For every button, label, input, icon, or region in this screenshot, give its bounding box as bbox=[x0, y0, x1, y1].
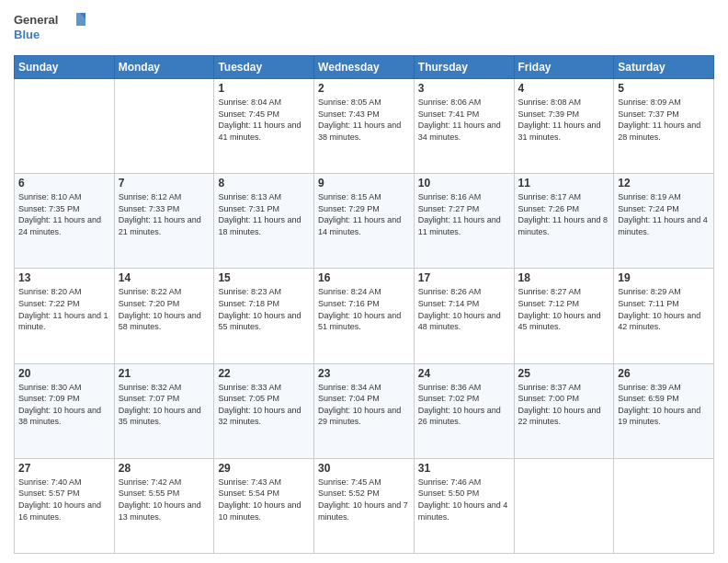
day-info: Sunrise: 7:43 AM Sunset: 5:54 PM Dayligh… bbox=[218, 477, 310, 523]
calendar-cell: 3Sunrise: 8:06 AM Sunset: 7:41 PM Daylig… bbox=[414, 79, 514, 174]
weekday-header: Sunday bbox=[15, 56, 115, 79]
day-info: Sunrise: 8:30 AM Sunset: 7:09 PM Dayligh… bbox=[18, 382, 110, 428]
calendar-cell bbox=[514, 458, 614, 553]
calendar-cell: 11Sunrise: 8:17 AM Sunset: 7:26 PM Dayli… bbox=[514, 174, 614, 269]
weekday-header: Saturday bbox=[614, 56, 714, 79]
day-number: 20 bbox=[18, 367, 110, 380]
calendar-cell: 19Sunrise: 8:29 AM Sunset: 7:11 PM Dayli… bbox=[614, 269, 714, 363]
page: General Blue SundayMondayTuesdayWednesda… bbox=[0, 0, 728, 563]
day-number: 13 bbox=[18, 271, 110, 284]
weekday-header: Monday bbox=[114, 56, 214, 79]
calendar-cell: 21Sunrise: 8:32 AM Sunset: 7:07 PM Dayli… bbox=[114, 363, 214, 458]
day-number: 11 bbox=[518, 177, 610, 190]
day-number: 14 bbox=[119, 271, 210, 284]
day-info: Sunrise: 7:46 AM Sunset: 5:50 PM Dayligh… bbox=[418, 477, 510, 523]
day-info: Sunrise: 8:26 AM Sunset: 7:14 PM Dayligh… bbox=[418, 286, 510, 332]
day-number: 9 bbox=[318, 177, 410, 190]
day-number: 12 bbox=[618, 177, 710, 190]
day-info: Sunrise: 8:16 AM Sunset: 7:27 PM Dayligh… bbox=[418, 191, 510, 237]
day-info: Sunrise: 7:45 AM Sunset: 5:52 PM Dayligh… bbox=[318, 477, 410, 523]
day-number: 30 bbox=[318, 462, 410, 475]
day-number: 4 bbox=[518, 82, 610, 95]
svg-text:General: General bbox=[14, 13, 58, 27]
calendar-cell: 23Sunrise: 8:34 AM Sunset: 7:04 PM Dayli… bbox=[314, 363, 415, 458]
day-info: Sunrise: 8:13 AM Sunset: 7:31 PM Dayligh… bbox=[218, 191, 310, 237]
day-info: Sunrise: 8:22 AM Sunset: 7:20 PM Dayligh… bbox=[119, 286, 210, 332]
day-info: Sunrise: 8:34 AM Sunset: 7:04 PM Dayligh… bbox=[318, 382, 410, 428]
calendar-cell: 7Sunrise: 8:12 AM Sunset: 7:33 PM Daylig… bbox=[114, 174, 214, 269]
day-info: Sunrise: 8:27 AM Sunset: 7:12 PM Dayligh… bbox=[518, 286, 610, 332]
day-info: Sunrise: 8:04 AM Sunset: 7:45 PM Dayligh… bbox=[218, 97, 310, 143]
day-info: Sunrise: 8:29 AM Sunset: 7:11 PM Dayligh… bbox=[618, 286, 710, 332]
day-number: 24 bbox=[418, 367, 510, 380]
day-number: 3 bbox=[418, 82, 510, 95]
calendar-cell: 4Sunrise: 8:08 AM Sunset: 7:39 PM Daylig… bbox=[514, 79, 614, 174]
calendar-cell: 12Sunrise: 8:19 AM Sunset: 7:24 PM Dayli… bbox=[614, 174, 714, 269]
calendar-cell: 5Sunrise: 8:09 AM Sunset: 7:37 PM Daylig… bbox=[614, 79, 714, 174]
day-info: Sunrise: 7:40 AM Sunset: 5:57 PM Dayligh… bbox=[18, 477, 110, 523]
calendar-cell: 25Sunrise: 8:37 AM Sunset: 7:00 PM Dayli… bbox=[514, 363, 614, 458]
general-blue-logo: General Blue bbox=[14, 9, 87, 48]
day-info: Sunrise: 8:19 AM Sunset: 7:24 PM Dayligh… bbox=[618, 191, 710, 237]
day-number: 26 bbox=[618, 367, 710, 380]
day-info: Sunrise: 8:33 AM Sunset: 7:05 PM Dayligh… bbox=[218, 382, 310, 428]
calendar-cell: 31Sunrise: 7:46 AM Sunset: 5:50 PM Dayli… bbox=[414, 458, 514, 553]
calendar-cell: 8Sunrise: 8:13 AM Sunset: 7:31 PM Daylig… bbox=[214, 174, 314, 269]
calendar-cell: 2Sunrise: 8:05 AM Sunset: 7:43 PM Daylig… bbox=[314, 79, 415, 174]
calendar-cell: 29Sunrise: 7:43 AM Sunset: 5:54 PM Dayli… bbox=[214, 458, 314, 553]
day-info: Sunrise: 8:12 AM Sunset: 7:33 PM Dayligh… bbox=[119, 191, 210, 237]
day-info: Sunrise: 8:10 AM Sunset: 7:35 PM Dayligh… bbox=[18, 191, 110, 237]
calendar-cell: 24Sunrise: 8:36 AM Sunset: 7:02 PM Dayli… bbox=[414, 363, 514, 458]
calendar-week-row: 20Sunrise: 8:30 AM Sunset: 7:09 PM Dayli… bbox=[15, 363, 714, 458]
day-info: Sunrise: 8:39 AM Sunset: 6:59 PM Dayligh… bbox=[618, 382, 710, 428]
day-number: 16 bbox=[318, 271, 410, 284]
weekday-header: Thursday bbox=[414, 56, 514, 79]
day-number: 15 bbox=[218, 271, 310, 284]
calendar-cell bbox=[614, 458, 714, 553]
day-number: 5 bbox=[618, 82, 710, 95]
day-info: Sunrise: 8:17 AM Sunset: 7:26 PM Dayligh… bbox=[518, 191, 610, 237]
calendar-cell: 17Sunrise: 8:26 AM Sunset: 7:14 PM Dayli… bbox=[414, 269, 514, 363]
day-info: Sunrise: 8:24 AM Sunset: 7:16 PM Dayligh… bbox=[318, 286, 410, 332]
day-number: 25 bbox=[518, 367, 610, 380]
day-number: 10 bbox=[418, 177, 510, 190]
calendar-cell: 16Sunrise: 8:24 AM Sunset: 7:16 PM Dayli… bbox=[314, 269, 415, 363]
weekday-header: Friday bbox=[514, 56, 614, 79]
day-number: 31 bbox=[418, 462, 510, 475]
calendar-cell bbox=[15, 79, 115, 174]
day-number: 1 bbox=[218, 82, 310, 95]
calendar-cell: 26Sunrise: 8:39 AM Sunset: 6:59 PM Dayli… bbox=[614, 363, 714, 458]
logo: General Blue bbox=[14, 9, 87, 48]
day-info: Sunrise: 8:23 AM Sunset: 7:18 PM Dayligh… bbox=[218, 286, 310, 332]
day-number: 17 bbox=[418, 271, 510, 284]
day-number: 6 bbox=[18, 177, 110, 190]
calendar-cell: 15Sunrise: 8:23 AM Sunset: 7:18 PM Dayli… bbox=[214, 269, 314, 363]
day-info: Sunrise: 8:20 AM Sunset: 7:22 PM Dayligh… bbox=[18, 286, 110, 332]
day-info: Sunrise: 8:06 AM Sunset: 7:41 PM Dayligh… bbox=[418, 97, 510, 143]
calendar-cell bbox=[114, 79, 214, 174]
calendar-cell: 14Sunrise: 8:22 AM Sunset: 7:20 PM Dayli… bbox=[114, 269, 214, 363]
calendar-week-row: 13Sunrise: 8:20 AM Sunset: 7:22 PM Dayli… bbox=[15, 269, 714, 363]
weekday-header: Tuesday bbox=[214, 56, 314, 79]
calendar-week-row: 1Sunrise: 8:04 AM Sunset: 7:45 PM Daylig… bbox=[15, 79, 714, 174]
day-number: 22 bbox=[218, 367, 310, 380]
svg-text:Blue: Blue bbox=[14, 28, 40, 41]
calendar-cell: 18Sunrise: 8:27 AM Sunset: 7:12 PM Dayli… bbox=[514, 269, 614, 363]
day-number: 27 bbox=[18, 462, 110, 475]
weekday-header-row: SundayMondayTuesdayWednesdayThursdayFrid… bbox=[15, 56, 714, 79]
day-info: Sunrise: 8:36 AM Sunset: 7:02 PM Dayligh… bbox=[418, 382, 510, 428]
day-number: 21 bbox=[119, 367, 210, 380]
day-number: 23 bbox=[318, 367, 410, 380]
calendar-cell: 30Sunrise: 7:45 AM Sunset: 5:52 PM Dayli… bbox=[314, 458, 415, 553]
calendar-week-row: 27Sunrise: 7:40 AM Sunset: 5:57 PM Dayli… bbox=[15, 458, 714, 553]
day-number: 2 bbox=[318, 82, 410, 95]
day-info: Sunrise: 8:15 AM Sunset: 7:29 PM Dayligh… bbox=[318, 191, 410, 237]
calendar-cell: 22Sunrise: 8:33 AM Sunset: 7:05 PM Dayli… bbox=[214, 363, 314, 458]
day-number: 29 bbox=[218, 462, 310, 475]
calendar-table: SundayMondayTuesdayWednesdayThursdayFrid… bbox=[14, 55, 714, 554]
day-info: Sunrise: 8:08 AM Sunset: 7:39 PM Dayligh… bbox=[518, 97, 610, 143]
calendar-cell: 28Sunrise: 7:42 AM Sunset: 5:55 PM Dayli… bbox=[114, 458, 214, 553]
calendar-week-row: 6Sunrise: 8:10 AM Sunset: 7:35 PM Daylig… bbox=[15, 174, 714, 269]
day-info: Sunrise: 8:05 AM Sunset: 7:43 PM Dayligh… bbox=[318, 97, 410, 143]
day-number: 8 bbox=[218, 177, 310, 190]
